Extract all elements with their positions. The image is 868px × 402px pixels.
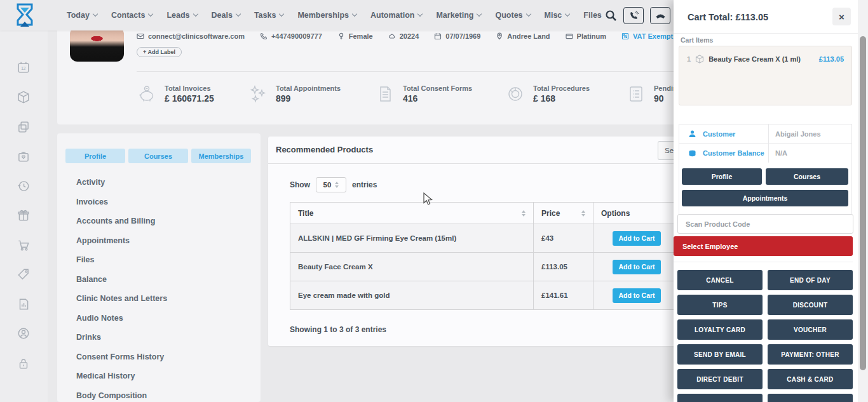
patient-phone[interactable]: +447490009777 [260, 32, 322, 40]
report-icon[interactable] [17, 297, 31, 311]
add-label-button[interactable]: + Add Label [137, 47, 182, 57]
cart-action-button-partial[interactable] [677, 394, 763, 402]
show-entries-control: Show 50 entries [290, 177, 377, 192]
customer-balance-row: Customer Balance N/A [679, 144, 851, 163]
copy-icon[interactable] [17, 120, 31, 134]
add-to-cart-button[interactable]: Add to Cart [613, 260, 661, 274]
package-icon[interactable] [17, 90, 31, 104]
left-panel-tab[interactable]: Memberships [191, 149, 251, 163]
search-icon[interactable] [605, 10, 617, 22]
nav-menu-item[interactable]: Marketing [436, 11, 481, 20]
person-icon [688, 130, 696, 138]
sort-icon[interactable] [522, 210, 526, 217]
sort-icon[interactable] [581, 210, 585, 217]
product-title-cell: Beauty Face Cream X [290, 253, 533, 281]
cart-action-button[interactable]: DIRECT DEBIT [677, 369, 763, 389]
pending-list-icon [626, 84, 646, 104]
page-size-select[interactable]: 50 [316, 177, 346, 192]
patient-avatar[interactable] [70, 27, 124, 62]
column-title[interactable]: Title [290, 203, 533, 224]
left-panel-list-item[interactable]: Clinic Notes and Letters [76, 289, 254, 309]
cart-action-button[interactable]: LOYALTY CARD [677, 319, 763, 340]
icon-sidebar: 12 [0, 0, 48, 402]
stat-total-appointments: Total Appointments899 [248, 84, 341, 104]
membership-card-icon [566, 32, 573, 40]
lock-icon[interactable] [17, 356, 31, 370]
nav-menu-item[interactable]: Leads [166, 11, 197, 20]
stars-icon [248, 84, 268, 104]
nav-menu-item[interactable]: Tasks [254, 11, 284, 20]
left-panel-list-item[interactable]: Invoices [76, 192, 254, 212]
cart-action-button[interactable]: DISCOUNT [768, 295, 853, 315]
cart-action-button-partial[interactable] [768, 394, 853, 402]
vat-icon [621, 32, 629, 40]
scrollbar-thumb[interactable] [860, 36, 866, 370]
consent-form-icon [375, 84, 395, 104]
product-price-cell: £141.61 [533, 281, 593, 309]
gender-icon [337, 32, 345, 40]
left-panel-list-item[interactable]: Appointments [76, 231, 254, 251]
customer-value: Abigail Jones [768, 124, 851, 143]
select-employee-button[interactable]: Select Employee [674, 236, 853, 256]
left-panel-list-item[interactable]: Activity [76, 173, 254, 192]
left-panel-list-item[interactable]: Accounts and Billing [76, 211, 254, 231]
customer-balance-label[interactable]: Customer Balance [703, 149, 764, 157]
tag-icon[interactable] [17, 267, 31, 281]
left-panel-list-item[interactable]: Audio Notes [76, 309, 254, 328]
user-status-icon[interactable] [17, 326, 31, 340]
column-price[interactable]: Price [533, 203, 593, 224]
nav-menu-item[interactable]: Files [583, 11, 602, 20]
patient-sections-card: ProfileCoursesMemberships ActivityInvoic… [57, 133, 261, 402]
history-icon[interactable] [17, 179, 31, 193]
app-logo[interactable] [13, 3, 37, 31]
phone-outgoing-button[interactable] [623, 7, 644, 24]
map-pin-icon [496, 32, 503, 40]
left-panel-tab[interactable]: Profile [65, 149, 125, 163]
cart-item[interactable]: 1 Beauty Face Cream X (1 ml) £113.05 [687, 55, 844, 64]
calendar-icon[interactable]: 12 [17, 60, 31, 74]
nav-menu-item[interactable]: Today [67, 11, 97, 20]
left-panel-list-item[interactable]: Medical History [76, 366, 254, 386]
left-panel-list-item[interactable]: Body Composition [76, 386, 254, 402]
appointments-button[interactable]: Appointments [682, 190, 848, 206]
chevron-down-icon [279, 11, 284, 17]
gift-icon[interactable] [17, 208, 31, 222]
cart-action-button[interactable]: CASH & CARD [768, 369, 853, 389]
cart-action-button[interactable]: PAYMENT: OTHER [768, 344, 853, 365]
cart-action-button[interactable]: END OF DAY [768, 270, 853, 290]
scan-product-code-input[interactable] [677, 214, 853, 234]
gift-heart-icon[interactable] [17, 149, 31, 163]
chevron-down-icon [193, 11, 198, 17]
patient-email[interactable]: connect@clinicsoftware.com [137, 32, 245, 40]
nav-menu-item[interactable]: Automation [370, 11, 422, 20]
left-panel-list-item[interactable]: Balance [76, 270, 254, 290]
close-icon[interactable]: × [832, 8, 851, 25]
cart-action-button[interactable]: VOUCHER [768, 319, 853, 340]
profile-button[interactable]: Profile [682, 168, 762, 185]
cart-action-button[interactable]: CANCEL [677, 270, 763, 290]
courses-button[interactable]: Courses [766, 168, 848, 185]
page-scrollbar[interactable] [858, 0, 868, 402]
add-to-cart-button[interactable]: Add to Cart [613, 231, 661, 246]
nav-menu-item[interactable]: Contacts [111, 11, 153, 20]
left-panel-list-item[interactable]: Consent Forms History [76, 347, 254, 367]
cart-action-button[interactable]: TIPS [677, 295, 763, 315]
left-panel-list-item[interactable]: Files [76, 250, 254, 270]
nav-menu-item[interactable]: Memberships [297, 11, 356, 20]
cart-icon[interactable] [17, 238, 31, 252]
patient-location: Andree Land [496, 32, 550, 40]
stat-total-invoices: Total Invoices£ 160671.25 [137, 84, 214, 104]
cart-action-button[interactable]: SEND BY EMAIL [677, 344, 763, 365]
cart-item-name: Beauty Face Cream X (1 ml) [709, 55, 815, 63]
left-panel-list-item[interactable]: Drinks [76, 328, 254, 347]
left-panel-tab[interactable]: Courses [128, 149, 188, 163]
nav-menu: Today Contacts Leads Deals [67, 0, 602, 30]
product-price-cell: £113.05 [533, 253, 593, 281]
stat-total-procedures: Total Procedures£ 168 [505, 84, 590, 104]
nav-menu-item[interactable]: Deals [212, 11, 240, 20]
nav-menu-item[interactable]: Quotes [495, 11, 530, 20]
phone-handset-button[interactable] [650, 7, 670, 24]
customer-label[interactable]: Customer [703, 130, 735, 138]
nav-menu-item[interactable]: Misc [545, 11, 570, 20]
add-to-cart-button[interactable]: Add to Cart [613, 288, 661, 303]
